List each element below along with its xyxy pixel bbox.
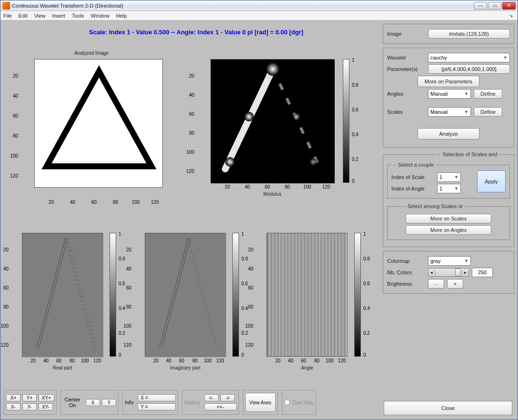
wavelet-group: Wavelet cauchy▼ Parameter(s) [pi/6,4.000… [383,48,514,148]
app-icon [2,2,10,10]
svg-rect-14 [145,233,226,357]
zoom-group: X+ Y+ XY+ X- Y- XY- [4,390,57,415]
history-label: History [184,400,200,405]
angles-select[interactable]: Manual▼ [428,89,471,99]
scales-select[interactable]: Manual▼ [428,107,471,117]
brightness-minus-button[interactable]: - [428,279,444,289]
dock-toggle-icon[interactable]: ↘ [509,13,515,18]
svg-marker-0 [47,71,151,166]
brightness-label: Brightness [387,281,425,287]
colormap-select[interactable]: gray▼ [428,256,471,266]
center-group: Center On XY [60,390,119,415]
info-label: Info [125,400,133,405]
menu-file[interactable]: File [3,13,12,19]
nbcolors-label: Nb. Colors [387,270,425,275]
idx-scale-select[interactable]: 1▼ [437,172,461,182]
modulus-title: Modulus [210,191,334,197]
select-couple-group: - Select a couple Index of Scale 1▼ Inde… [387,162,510,199]
status-heading: Scale: Index 1 - Value 0.500 -- Angle: I… [25,29,368,36]
imagpart-title: Imaginary part [145,365,226,370]
xyminus-button[interactable]: XY- [39,403,53,410]
dynvisu-group: Dyn Visu [282,390,316,415]
selection-group: - Selection of Scales and - Select a cou… [383,151,514,247]
close-window-button[interactable]: ✕ [502,2,516,10]
info-y-button[interactable]: Y = [138,403,176,410]
menu-window[interactable]: Window [91,13,110,19]
viewaxes-group: View Axes [243,390,278,415]
svg-rect-9 [22,233,103,357]
angle-title: Angle [267,365,348,370]
realpart-title: Real part [22,365,103,370]
wavelet-select[interactable]: cauchy▼ [428,53,510,62]
menu-edit[interactable]: Edit [19,13,28,19]
idx-scale-label: Index of Scale [391,174,434,180]
modulus-axes [210,59,334,183]
imagpart-axes [145,233,226,357]
svg-point-6 [293,113,300,120]
history-left-button[interactable]: <- [204,394,219,401]
view-axes-button[interactable]: View Axes [245,393,276,412]
history-back-button[interactable]: <<- [204,403,237,410]
menu-view[interactable]: View [34,13,46,19]
idx-angle-label: Index of Angle [391,186,434,191]
scales-label: Scales [387,109,425,115]
yminus-button[interactable]: Y- [22,403,37,410]
more-angles-button[interactable]: More on Angles [406,225,491,235]
image-group: Image imdata (128,128) [383,24,514,44]
center-y-button[interactable]: Y [102,399,116,406]
info-group: Info X = Y = [122,390,178,415]
svg-point-7 [225,157,235,167]
angles-label: Angles [387,91,425,97]
xminus-button[interactable]: X- [6,403,20,410]
svg-point-8 [309,158,317,166]
analyze-button[interactable]: Analyze [418,128,479,140]
svg-point-5 [244,112,254,121]
center-on-label: Center On [63,397,82,408]
history-group: History <--> <<- [182,390,239,415]
dynvisu-label: Dyn Visu [293,400,314,405]
angles-define-button[interactable]: Define [474,89,502,99]
realpart-colorbar: 1 0.8 0.6 0.4 0.2 0 [110,233,116,357]
image-button[interactable]: imdata (128,128) [428,29,510,39]
minimize-button[interactable]: — [474,2,487,10]
select-among-group: Select among Scales or More on Scales Mo… [387,203,510,240]
realpart-axes [22,233,103,357]
menu-bar: File Edit View Insert Tools Window Help … [0,11,518,20]
imagpart-colorbar: 1 0.8 0.6 0.4 0.2 0 [232,233,239,357]
more-scales-button[interactable]: More on Scales [406,214,491,223]
center-x-button[interactable]: X [86,399,100,406]
menu-help[interactable]: Help [116,13,127,19]
dynvisu-radio[interactable] [284,400,290,405]
yplus-button[interactable]: Y+ [22,394,37,401]
image-label: Image [387,31,425,37]
param-label: Parameter(s) [387,66,425,72]
xplus-button[interactable]: X+ [6,394,20,401]
maximize-button[interactable]: ▭ [488,2,501,10]
nbcolors-slider[interactable]: ◂▸ [428,268,469,277]
apply-button[interactable]: Apply [477,170,506,192]
wavelet-label: Wavelet [387,55,425,60]
colormap-group: Colormap gray▼ Nb. Colors ◂▸ 250 Brightn… [383,251,514,294]
scales-define-button[interactable]: Define [474,107,502,117]
modulus-colorbar: 1 0.8 0.6 0.4 0.2 0 [343,59,349,183]
history-right-button[interactable]: -> [220,394,235,401]
more-params-button[interactable]: More on Parameters [418,76,479,87]
idx-angle-select[interactable]: 1▼ [437,184,461,193]
analyzed-title: Analyzed Image [20,50,163,56]
param-button[interactable]: [pi/6,4.000,4.000,1.000] [428,64,510,74]
window-title: Continuous Wavelet Transform 2-D (Direct… [12,3,474,9]
menu-insert[interactable]: Insert [52,13,65,19]
colormap-label: Colormap [387,258,425,264]
nbcolors-value[interactable]: 250 [472,268,493,277]
menu-tools[interactable]: Tools [72,13,84,19]
xyplus-button[interactable]: XY+ [39,394,54,401]
info-x-button[interactable]: X = [138,394,176,401]
angle-colorbar: 1 0.8 0.6 0.4 0.2 0 [354,233,361,357]
brightness-plus-button[interactable]: + [447,279,463,289]
analyzed-axes [34,59,163,188]
angle-axes [267,233,348,357]
svg-point-4 [266,62,279,76]
